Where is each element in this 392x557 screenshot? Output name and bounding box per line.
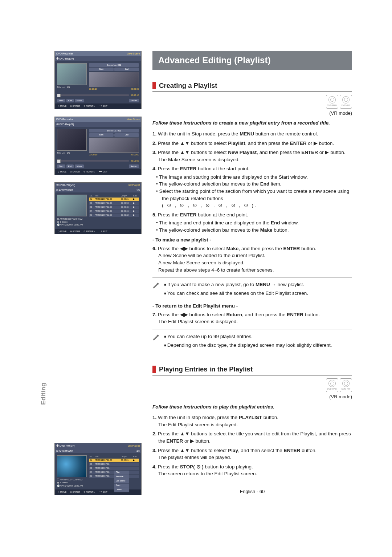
context-menu: Play Rename Edit Scene Copy Delete xyxy=(114,471,129,492)
note-icon xyxy=(152,281,160,289)
note-icon xyxy=(152,333,160,341)
page-number: English - 60 xyxy=(152,488,352,495)
section-heading-creating: Creating a Playlist xyxy=(152,81,352,92)
screenshot-make-scene-2: DVD-RecorderMake Scene ⦿ DVD-RW(VR) Titl… xyxy=(54,117,142,175)
lead-text: Follow these instructions to create a ne… xyxy=(152,119,352,127)
playback-buttons-icons: ( ⊙ , ⊙ , ⊙ , ⊙ , ⊙ , ⊙ , ⊙ ). xyxy=(162,203,257,208)
note-box: If you want to make a new playlist, go t… xyxy=(152,281,352,298)
screenshot-edit-playlist-1: ⦿ DVD-RW(VR)Edit Playlist ⊞ APR/23/20071… xyxy=(54,182,142,234)
playlist-row: 01APR/23/2007 12:0000:00:21▶ xyxy=(89,198,139,201)
steps-list: 1. With the unit in Stop mode, press the… xyxy=(152,130,352,233)
vr-mode-label: (VR mode) xyxy=(152,110,352,117)
screenshot-edit-playlist-2: ⦿ DVD-RW(VR)Edit Playlist ⊞ APR/24/20073… xyxy=(54,443,142,495)
section-heading-playing: Playing Entries in the Playlist xyxy=(152,365,352,375)
sidebar-screenshots: DVD-RecorderMake Scene ⦿ DVD-RW(VR) Titl… xyxy=(54,51,142,495)
page-title-banner: Advanced Editing (Playlist) xyxy=(152,51,352,70)
subheading: - To make a new playlist - xyxy=(152,236,352,244)
screenshot-make-scene-1: DVD-RecorderMake Scene ⦿ DVD-RW(VR) Titl… xyxy=(54,51,142,109)
disc-format-icons: DVD-RAM DVD-RW xyxy=(326,95,352,109)
section-label: Editing xyxy=(39,383,48,405)
disc-format-icons: DVD-RAM DVD-RW xyxy=(326,378,352,392)
